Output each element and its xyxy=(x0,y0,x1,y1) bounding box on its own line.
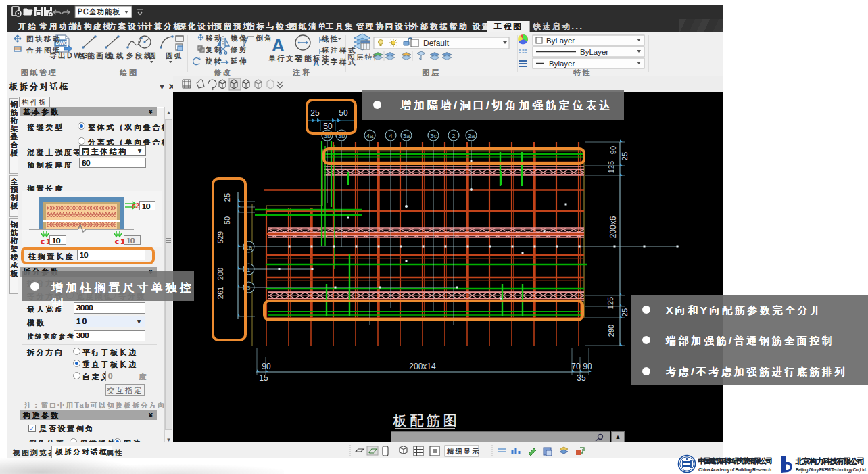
svg-text:PC全功能板: PC全功能板 xyxy=(78,7,120,16)
svg-text:125: 125 xyxy=(607,161,615,173)
svg-text:35: 35 xyxy=(577,373,586,383)
svg-text:125: 125 xyxy=(606,297,614,309)
svg-text:200x14: 200x14 xyxy=(409,362,436,371)
svg-text:4a: 4a xyxy=(366,132,374,139)
svg-text:290: 290 xyxy=(607,325,615,337)
svg-text:4: 4 xyxy=(389,132,392,139)
svg-text:倒角: 倒角 xyxy=(256,34,273,42)
svg-text:90: 90 xyxy=(583,362,592,371)
svg-text:线性: 线性 xyxy=(322,34,339,43)
svg-text:移动: 移动 xyxy=(206,34,223,42)
svg-text:中国建筑科学研究院有限公司: 中国建筑科学研究院有限公司 xyxy=(698,457,773,465)
svg-text:2: 2 xyxy=(452,132,455,139)
svg-text:镜像: 镜像 xyxy=(231,34,248,42)
svg-text:Default: Default xyxy=(423,39,450,48)
svg-text:ByLayer: ByLayer xyxy=(546,37,575,45)
svg-text:70: 70 xyxy=(571,362,581,371)
svg-text:2a: 2a xyxy=(468,132,475,139)
svg-text:复制: 复制 xyxy=(206,45,223,53)
svg-text:90: 90 xyxy=(262,362,271,371)
svg-text:ByLayer: ByLayer xyxy=(580,48,608,56)
svg-text:Beijing Glory PKPM Technology: Beijing Glory PKPM Technology Co.,Ltd. xyxy=(796,467,867,473)
svg-text:圆弧: 圆弧 xyxy=(166,51,183,60)
svg-text:c2: c2 xyxy=(132,202,140,210)
svg-text:板配筋图: 板配筋图 xyxy=(392,413,460,428)
svg-text:15: 15 xyxy=(259,373,268,383)
svg-text:延伸: 延伸 xyxy=(230,57,248,65)
svg-text:3a: 3a xyxy=(403,132,410,139)
svg-text:25: 25 xyxy=(621,308,629,316)
svg-text:标注样式: 标注样式 xyxy=(321,46,357,54)
svg-text:修剪: 修剪 xyxy=(230,45,248,53)
svg-text:A: A xyxy=(272,35,285,55)
svg-text:圆: 圆 xyxy=(149,51,158,60)
svg-text:200x6: 200x6 xyxy=(608,216,618,238)
svg-text:Bylayer: Bylayer xyxy=(549,60,575,68)
svg-text:文字样式: 文字样式 xyxy=(322,57,357,66)
svg-text:旋转: 旋转 xyxy=(205,57,223,65)
svg-text:图块移动: 图块移动 xyxy=(26,34,62,43)
svg-text:90: 90 xyxy=(609,146,617,154)
svg-text:25: 25 xyxy=(621,152,629,160)
svg-text:3c: 3c xyxy=(430,132,437,139)
svg-text:北京构力科技有限公司: 北京构力科技有限公司 xyxy=(795,457,865,465)
svg-text:直线: 直线 xyxy=(107,51,125,60)
svg-text:China Academy of Building Rese: China Academy of Building Research xyxy=(698,467,771,473)
